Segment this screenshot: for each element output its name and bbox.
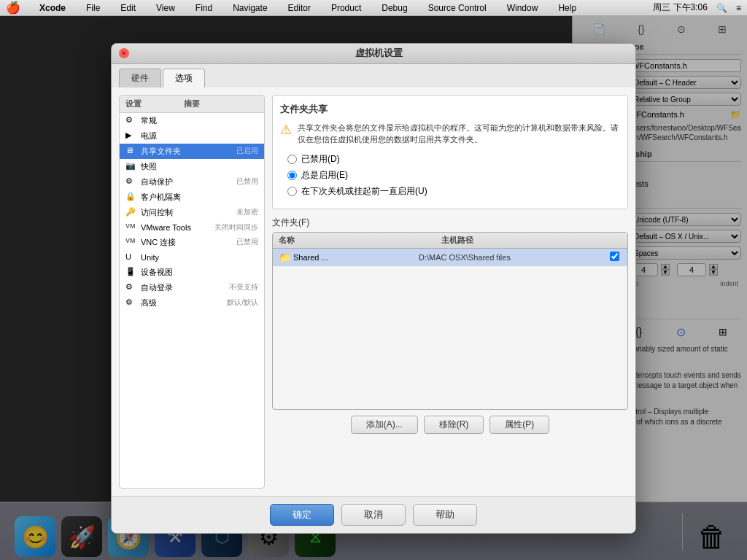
folder-table-title: 文件夹(F) xyxy=(272,217,628,229)
ok-button[interactable]: 确定 xyxy=(270,504,334,526)
access-control-name: 访问控制 xyxy=(141,207,233,218)
menubar: 🍎 Xcode File Edit View Find Navigate Edi… xyxy=(0,0,747,16)
sidebar-item-advanced[interactable]: ⚙ 高级 默认/默认 xyxy=(120,295,264,311)
folder-enable-checkbox[interactable] xyxy=(610,252,619,261)
autologin-name: 自动登录 xyxy=(141,282,225,293)
shared-folders-value: 已启用 xyxy=(236,146,258,156)
folder-path: D:\MAC OSX\Shared files xyxy=(419,253,607,262)
access-control-icon: 🔑 xyxy=(125,207,137,217)
radio-disabled[interactable] xyxy=(287,155,297,164)
folder-table-section: 文件夹(F) 名称 主机路径 📁 Shared ... D:\MAC OSX\S… xyxy=(272,217,628,434)
dialog-main: 文件夹共享 ⚠ 共享文件夹会将您的文件显示给虚拟机中的程序。这可能为您的计算机和… xyxy=(272,95,628,489)
menu-window[interactable]: Window xyxy=(503,1,543,15)
advanced-value: 默认/默认 xyxy=(227,298,258,308)
sidebar-item-autoprotect[interactable]: ⚙ 自动保护 已禁用 xyxy=(120,174,264,190)
folder-table-body: 📁 Shared ... D:\MAC OSX\Shared files xyxy=(273,249,627,409)
settings-sidebar: 设置 摘要 ⚙ 常规 ▶ 电源 🖥 共享文件夹 已启用 xyxy=(119,95,265,489)
vnc-icon: VM xyxy=(125,237,137,247)
remove-folder-btn[interactable]: 移除(R) xyxy=(424,416,484,434)
sidebar-item-autologin[interactable]: ⚙ 自动登录 不受支持 xyxy=(120,280,264,295)
sidebar-item-access-control[interactable]: 🔑 访问控制 未加密 xyxy=(120,205,264,220)
menu-xcode[interactable]: Xcode xyxy=(35,1,70,15)
vmware-tools-name: VMware Tools xyxy=(141,223,211,232)
apple-menu[interactable]: 🍎 xyxy=(6,1,20,15)
folder-check xyxy=(607,252,622,263)
snapshots-name: 快照 xyxy=(141,161,255,172)
warning-text: 共享文件夹会将您的文件显示给虚拟机中的程序。这可能为您的计算机和数据带来风险。请… xyxy=(298,122,620,146)
radio-disabled-row: 已禁用(D) xyxy=(287,153,620,166)
folder-icon: 📁 xyxy=(279,252,290,263)
settings-dialog: ✕ 虚拟机设置 硬件 选项 设置 摘要 ⚙ 常规 ▶ xyxy=(111,43,636,534)
dialog-footer: 确定 取消 帮助 xyxy=(112,496,635,533)
vmware-tools-icon: VM xyxy=(125,222,137,233)
isolation-icon: 🔒 xyxy=(125,192,137,202)
menu-source-control[interactable]: Source Control xyxy=(424,1,491,15)
menu-editor[interactable]: Editor xyxy=(284,1,315,15)
col-name: 名称 xyxy=(279,235,441,246)
menu-debug[interactable]: Debug xyxy=(377,1,411,15)
snapshots-icon: 📷 xyxy=(125,161,137,171)
sidebar-item-unity[interactable]: U Unity xyxy=(120,250,264,265)
device-view-icon: 📱 xyxy=(125,267,137,277)
advanced-name: 高级 xyxy=(141,298,223,308)
cancel-button[interactable]: 取消 xyxy=(341,504,406,526)
sidebar-item-vmware-tools[interactable]: VM VMware Tools 关闭时间同步 xyxy=(120,220,264,235)
add-folder-btn[interactable]: 添加(A)... xyxy=(351,416,418,434)
sidebar-item-device-view[interactable]: 📱 设备视图 xyxy=(120,265,264,280)
menu-view[interactable]: View xyxy=(152,1,179,15)
menu-navigate[interactable]: Navigate xyxy=(228,1,271,15)
sidebar-header: 设置 摘要 xyxy=(120,96,264,113)
radio-always[interactable] xyxy=(287,171,297,180)
menu-find[interactable]: Find xyxy=(191,1,217,15)
shared-folders-name: 共享文件夹 xyxy=(141,146,233,157)
vmware-tools-value: 关闭时间同步 xyxy=(214,222,258,233)
autoprotect-value: 已禁用 xyxy=(236,176,258,187)
properties-folder-btn[interactable]: 属性(P) xyxy=(489,416,549,434)
menubar-right: 周三 下午3:06 🔍 ≡ xyxy=(653,1,741,14)
dialog-tabs: 硬件 选项 xyxy=(112,64,635,88)
menubar-search-icon[interactable]: 🔍 xyxy=(716,3,727,13)
sidebar-item-vnc[interactable]: VM VNC 连接 已禁用 xyxy=(120,235,264,250)
col-path: 主机路径 xyxy=(441,235,604,246)
tab-hardware[interactable]: 硬件 xyxy=(119,69,161,88)
sidebar-col-summary: 摘要 xyxy=(184,98,258,109)
tab-options[interactable]: 选项 xyxy=(163,69,205,88)
radio-always-row: 总是启用(E) xyxy=(287,169,620,182)
vnc-value: 已禁用 xyxy=(236,237,258,247)
power-name: 电源 xyxy=(141,131,255,141)
dialog-content: 设置 摘要 ⚙ 常规 ▶ 电源 🖥 共享文件夹 已启用 xyxy=(112,88,635,496)
menu-product[interactable]: Product xyxy=(327,1,365,15)
unity-icon: U xyxy=(125,252,137,262)
radio-disabled-label: 已禁用(D) xyxy=(301,153,340,166)
menu-edit[interactable]: Edit xyxy=(116,1,140,15)
autoprotect-icon: ⚙ xyxy=(125,176,137,187)
power-icon: ▶ xyxy=(125,131,137,141)
table-row[interactable]: 📁 Shared ... D:\MAC OSX\Shared files xyxy=(273,249,627,267)
radio-suspend[interactable] xyxy=(287,187,297,196)
dialog-close-btn[interactable]: ✕ xyxy=(119,48,129,58)
sidebar-item-power[interactable]: ▶ 电源 xyxy=(120,128,264,144)
sidebar-item-snapshots[interactable]: 📷 快照 xyxy=(120,159,264,174)
general-name: 常规 xyxy=(141,115,255,126)
folder-share-title: 文件夹共享 xyxy=(280,103,620,116)
sidebar-item-general[interactable]: ⚙ 常规 xyxy=(120,113,264,128)
warning-icon: ⚠ xyxy=(280,122,292,138)
radio-always-label: 总是启用(E) xyxy=(301,169,348,182)
help-button[interactable]: 帮助 xyxy=(413,504,477,526)
autologin-icon: ⚙ xyxy=(125,282,137,292)
folder-name: Shared ... xyxy=(293,253,419,262)
col-check xyxy=(604,235,622,246)
radio-suspend-row: 在下次关机或挂起前一直启用(U) xyxy=(287,185,620,198)
menubar-menu-icon[interactable]: ≡ xyxy=(736,3,741,13)
warning-box: ⚠ 共享文件夹会将您的文件显示给虚拟机中的程序。这可能为您的计算机和数据带来风险… xyxy=(280,122,620,146)
vnc-name: VNC 连接 xyxy=(141,237,233,248)
menu-help[interactable]: Help xyxy=(554,1,581,15)
menu-file[interactable]: File xyxy=(82,1,104,15)
folder-buttons: 添加(A)... 移除(R) 属性(P) xyxy=(272,416,628,434)
autologin-value: 不受支持 xyxy=(229,282,258,292)
general-icon: ⚙ xyxy=(125,115,137,125)
device-view-name: 设备视图 xyxy=(141,267,255,278)
folder-share-section: 文件夹共享 ⚠ 共享文件夹会将您的文件显示给虚拟机中的程序。这可能为您的计算机和… xyxy=(272,95,628,209)
sidebar-item-shared-folders[interactable]: 🖥 共享文件夹 已启用 xyxy=(120,144,264,159)
sidebar-item-isolation[interactable]: 🔒 客户机隔离 xyxy=(120,190,264,205)
